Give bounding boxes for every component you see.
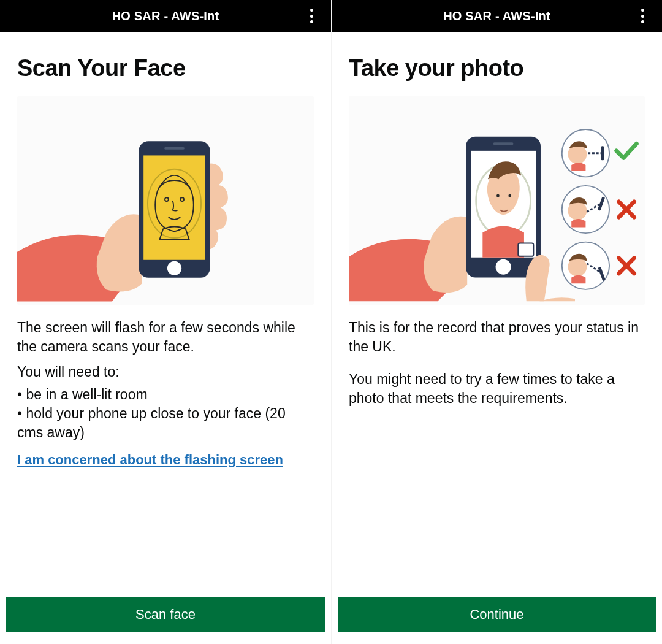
paragraph: This is for the record that proves your … — [349, 318, 645, 356]
content-area: Scan Your Face — [0, 32, 331, 644]
app-title: HO SAR - AWS-Int — [112, 9, 219, 23]
svg-point-12 — [496, 194, 500, 197]
svg-rect-14 — [518, 243, 533, 256]
flashing-concern-link[interactable]: I am concerned about the flashing screen — [17, 451, 283, 469]
check-icon — [617, 144, 637, 158]
svg-rect-3 — [143, 155, 205, 259]
svg-rect-8 — [493, 142, 514, 145]
illustration-take-photo — [349, 96, 645, 305]
more-menu-icon[interactable] — [305, 6, 318, 26]
list-intro: You will need to: — [17, 362, 314, 381]
body-text: The screen will flash for a few seconds … — [17, 318, 314, 469]
screen-scan-face: HO SAR - AWS-Int Scan Your Face — [0, 0, 331, 644]
app-bar: HO SAR - AWS-Int — [332, 0, 662, 32]
svg-rect-1 — [164, 147, 185, 150]
list-item: hold your phone up close to your face (2… — [17, 404, 314, 442]
app-bar: HO SAR - AWS-Int — [0, 0, 331, 32]
cross-icon — [618, 258, 634, 274]
app-title: HO SAR - AWS-Int — [443, 9, 550, 23]
svg-point-13 — [508, 194, 511, 197]
page-heading: Take your photo — [349, 55, 645, 82]
scan-face-button[interactable]: Scan face — [6, 597, 325, 632]
paragraph: You might need to try a few times to tak… — [349, 370, 645, 408]
list-item: be in a well-lit room — [17, 385, 314, 404]
paragraph: The screen will flash for a few seconds … — [17, 318, 314, 356]
cross-icon — [618, 202, 634, 217]
content-area: Take your photo — [332, 32, 662, 644]
svg-point-2 — [167, 261, 181, 275]
more-menu-icon[interactable] — [636, 6, 649, 26]
svg-point-9 — [496, 259, 511, 275]
illustration-scan-face — [17, 96, 314, 305]
body-text: This is for the record that proves your … — [349, 318, 645, 408]
page-heading: Scan Your Face — [17, 55, 314, 82]
alignment-indicators — [562, 129, 637, 289]
continue-button[interactable]: Continue — [338, 597, 656, 632]
screen-take-photo: HO SAR - AWS-Int Take your photo — [331, 0, 662, 644]
svg-rect-18 — [601, 146, 604, 160]
